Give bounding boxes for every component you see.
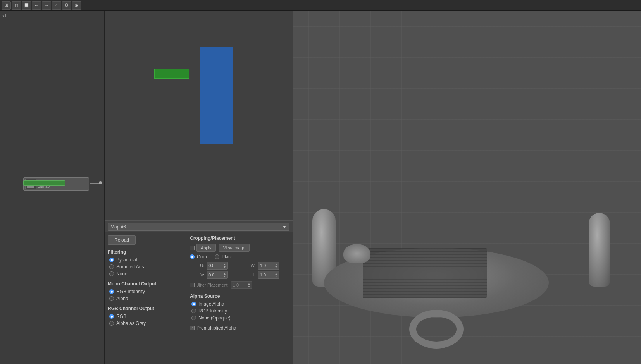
obj-ring: [409, 310, 464, 349]
mono-alpha[interactable]: Alpha: [109, 296, 185, 301]
v-input[interactable]: 0.0 ▲ ▼: [207, 271, 228, 279]
alpha-image-label: Image Alpha: [198, 301, 224, 307]
rgb-rgb-radio[interactable]: [109, 314, 114, 319]
view-image-button[interactable]: View Image: [219, 244, 250, 252]
map-dropdown-arrow: ▼: [282, 224, 287, 230]
filtering-label: Filtering: [108, 249, 185, 255]
filtering-none-radio[interactable]: [109, 271, 114, 276]
jitter-checkbox-item[interactable]: [190, 283, 195, 287]
toolbar-btn-1[interactable]: ⊞: [2, 1, 11, 10]
u-input[interactable]: 0.0 ▲ ▼: [207, 262, 228, 270]
v-down-arrow[interactable]: ▼: [223, 275, 226, 278]
u-spinner[interactable]: ▲ ▼: [223, 263, 226, 268]
rgb-rgb[interactable]: RGB: [109, 314, 185, 319]
crop-place-row: Crop Place: [190, 254, 289, 259]
rgb-alpha-gray-radio[interactable]: [109, 321, 114, 326]
mono-channel-label: Mono Channel Output:: [108, 281, 185, 287]
mono-rgb-intensity[interactable]: RGB Intensity: [109, 289, 185, 294]
filtering-none[interactable]: None: [109, 271, 185, 276]
v-spinner[interactable]: ▲ ▼: [223, 272, 226, 278]
filtering-pyramidal-radio[interactable]: [109, 258, 114, 262]
h-up-arrow[interactable]: ▲: [275, 272, 277, 275]
v-label: V:: [190, 273, 204, 277]
toolbar-btn-2[interactable]: ◻: [12, 1, 21, 10]
reload-button[interactable]: Reload: [108, 235, 136, 245]
filtering-pyramidal-label: Pyramidal: [116, 257, 137, 263]
alpha-none-label: None (Opaque): [198, 315, 231, 321]
alpha-rgb-intensity[interactable]: RGB Intensity: [191, 308, 289, 314]
rgb-radio-group: RGB Alpha as Gray: [108, 314, 185, 326]
jitter-checkbox[interactable]: [190, 283, 195, 287]
obj-bump: [343, 244, 370, 263]
filtering-summed-area[interactable]: Summed Area: [109, 264, 185, 270]
toolbar-btn-4[interactable]: ←: [32, 1, 41, 10]
filtering-summed-radio[interactable]: [109, 264, 114, 269]
alpha-section: Alpha Source Image Alpha RGB Intensity: [190, 294, 289, 331]
w-down-arrow[interactable]: ▼: [275, 266, 277, 268]
alpha-image-alpha[interactable]: Image Alpha: [191, 301, 289, 307]
toolbar-btn-5[interactable]: →: [42, 1, 51, 10]
apply-button[interactable]: Apply: [196, 244, 216, 252]
jitter-input[interactable]: 1.0 ▲ ▼: [231, 281, 252, 289]
mono-radio-group: RGB Intensity Alpha: [108, 289, 185, 301]
mono-alpha-label: Alpha: [116, 296, 128, 301]
rgb-rgb-label: RGB: [116, 314, 126, 319]
h-value: 1.0: [260, 273, 266, 277]
alpha-none-radio[interactable]: [191, 316, 196, 320]
crop-label: Crop: [197, 254, 207, 259]
alpha-radio-group: Image Alpha RGB Intensity None (Opaque): [190, 301, 289, 321]
jitter-up[interactable]: ▲: [248, 282, 250, 285]
w-label: W:: [240, 263, 255, 268]
obj-pcb: [363, 248, 487, 298]
toolbar-btn-6[interactable]: 4: [52, 1, 61, 10]
crop-radio[interactable]: [190, 254, 195, 259]
middle-panel: Map #6 ▼ Reload Filtering Pyramidal: [105, 11, 293, 364]
rgb-alpha-gray-label: Alpha as Gray: [116, 321, 146, 326]
h-spinner[interactable]: ▲ ▼: [275, 272, 277, 278]
w-value: 1.0: [260, 263, 266, 268]
place-radio-item[interactable]: Place: [215, 254, 233, 259]
jitter-label: Jitter Placement:: [197, 283, 229, 287]
toolbar: ⊞ ◻ 🔲 ← → 4 ⚙ ◉: [0, 0, 641, 11]
toolbar-btn-3[interactable]: 🔲: [22, 1, 31, 10]
mono-rgb-radio[interactable]: [109, 289, 114, 294]
alpha-title: Alpha Source: [190, 294, 289, 299]
toolbar-btn-8[interactable]: ◉: [72, 1, 81, 10]
map-dropdown[interactable]: Map #6 ▼: [108, 223, 289, 231]
blue-rect: [200, 47, 233, 144]
alpha-image-radio[interactable]: [191, 302, 196, 306]
h-down-arrow[interactable]: ▼: [275, 275, 277, 278]
alpha-rgb-radio[interactable]: [191, 309, 196, 313]
premultiplied-checkbox[interactable]: [190, 326, 195, 330]
place-label: Place: [222, 254, 233, 259]
jitter-value: 1.0: [233, 283, 239, 287]
filtering-pyramidal[interactable]: Pyramidal: [109, 257, 185, 263]
mono-alpha-radio[interactable]: [109, 296, 114, 301]
filtering-radio-group: Pyramidal Summed Area None: [108, 257, 185, 276]
premultiplied-row[interactable]: Premultiplied Alpha: [190, 325, 289, 331]
toolbar-btn-7[interactable]: ⚙: [62, 1, 71, 10]
u-down-arrow[interactable]: ▼: [223, 266, 226, 268]
apply-checkbox-item[interactable]: Apply: [190, 244, 216, 252]
apply-checkbox[interactable]: [190, 246, 195, 250]
cropping-section: Cropping/Placement Apply View Image: [190, 235, 289, 289]
node-editor-area: v1 Map #6 Bitmap: [0, 11, 104, 364]
image-preview-area: [105, 11, 293, 221]
h-input[interactable]: 1.0 ▲ ▼: [258, 271, 279, 279]
jitter-spinner[interactable]: ▲ ▼: [248, 282, 250, 288]
node-green-bar: [23, 180, 65, 186]
v-up-arrow[interactable]: ▲: [223, 272, 226, 275]
obj-pillar-right: [589, 213, 610, 287]
place-radio[interactable]: [215, 254, 219, 259]
w-up-arrow[interactable]: ▲: [275, 263, 277, 266]
alpha-none-opaque[interactable]: None (Opaque): [191, 315, 289, 321]
u-up-arrow[interactable]: ▲: [223, 263, 226, 266]
w-input[interactable]: 1.0 ▲ ▼: [258, 262, 279, 270]
node-connector-dot: [99, 181, 102, 184]
w-spinner[interactable]: ▲ ▼: [275, 263, 277, 268]
premultiplied-checkbox-item[interactable]: [190, 326, 195, 330]
jitter-down[interactable]: ▼: [248, 285, 250, 288]
rgb-alpha-gray[interactable]: Alpha as Gray: [109, 321, 185, 326]
crop-radio-item[interactable]: Crop: [190, 254, 207, 259]
v-value: 0.0: [208, 273, 214, 277]
